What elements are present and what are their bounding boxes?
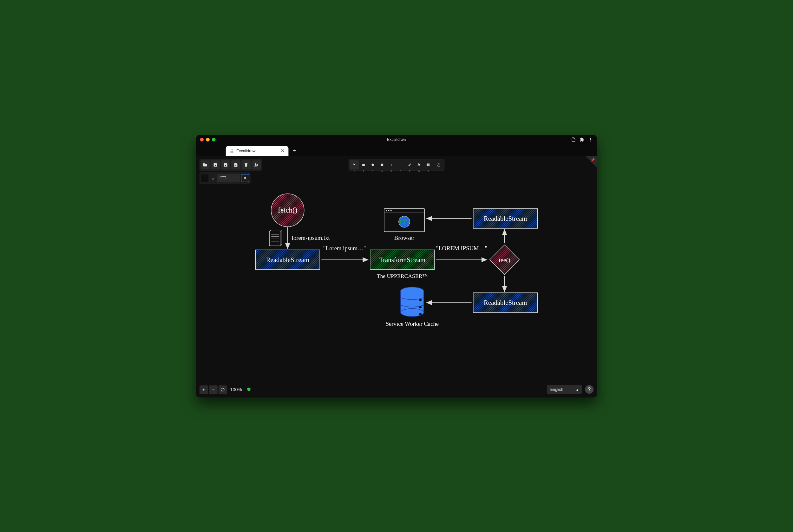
diagram-readable-3[interactable]: ReadableStream <box>473 292 538 312</box>
shield-icon <box>247 387 251 393</box>
chevron-up-icon: ▴ <box>576 387 578 392</box>
extensions-icon[interactable] <box>580 137 585 142</box>
language-select[interactable]: English ▴ <box>547 384 582 394</box>
maximize-window-button[interactable] <box>212 138 215 141</box>
svg-text:ReadableStream: ReadableStream <box>266 256 309 263</box>
svg-rect-22 <box>269 231 281 246</box>
tab-label: Excalidraw <box>236 149 255 153</box>
diagram-lorem-lower: "Lorem ipsum…" <box>323 245 366 251</box>
diagram-fetch-node[interactable]: fetch() <box>271 193 304 227</box>
overflow-menu-icon[interactable] <box>588 137 593 142</box>
svg-text:ReadableStream: ReadableStream <box>484 299 527 306</box>
tab-close-icon[interactable]: ✕ <box>281 148 284 153</box>
browser-tab[interactable]: Excalidraw ✕ <box>226 146 289 156</box>
svg-point-1 <box>590 139 591 139</box>
minimize-window-button[interactable] <box>206 138 209 141</box>
canvas[interactable]: fetch() lorem-ipsum.txt ReadableStream "… <box>196 156 597 390</box>
window-title: Excalidraw <box>387 137 406 142</box>
svg-point-38 <box>390 210 392 211</box>
diagram-browser-label: Browser <box>394 234 414 241</box>
diagram-transform[interactable]: TransformStream <box>370 250 434 269</box>
page-icon[interactable] <box>571 137 576 142</box>
diagram-readable-2[interactable]: ReadableStream <box>473 208 538 228</box>
zoom-bar: + − 100% <box>199 385 251 394</box>
svg-text:ReadableStream: ReadableStream <box>484 215 527 222</box>
diagram-cache-icon[interactable] <box>401 287 424 317</box>
diagram-cache-label: Service Worker Cache <box>386 320 439 327</box>
new-tab-button[interactable]: + <box>288 147 300 156</box>
tab-bar: Excalidraw ✕ + <box>196 144 597 155</box>
svg-point-0 <box>590 138 591 138</box>
diagram-browser-icon[interactable] <box>384 208 424 232</box>
diagram-transform-sub: The UPPERCASER™ <box>377 272 428 279</box>
svg-text:TransformStream: TransformStream <box>379 256 425 263</box>
svg-text:fetch(): fetch() <box>278 206 297 214</box>
zoom-in-button[interactable]: + <box>199 385 208 394</box>
diagram-file-label: lorem-ipsum.txt <box>292 234 330 241</box>
help-button[interactable]: ? <box>585 385 594 393</box>
svg-text:tee(): tee() <box>499 256 510 264</box>
diagram-lorem-upper: "LOREM IPSUM…" <box>436 245 487 251</box>
svg-point-2 <box>590 140 591 141</box>
diagram-file-icon[interactable] <box>269 230 282 246</box>
diagram-readable-1[interactable]: ReadableStream <box>255 250 320 269</box>
tab-favicon-icon <box>230 149 234 153</box>
bottom-right-panel: English ▴ ? <box>547 384 594 394</box>
zoom-out-button[interactable]: − <box>209 385 218 394</box>
zoom-reset-button[interactable] <box>218 385 227 394</box>
svg-point-37 <box>388 210 389 211</box>
zoom-percent: 100% <box>228 387 244 393</box>
traffic-lights <box>200 138 216 141</box>
diagram-tee[interactable]: tee() <box>490 245 520 274</box>
svg-point-36 <box>386 210 387 211</box>
excalidraw-app: # 1 2 3 4 <box>196 156 597 397</box>
browser-window: Excalidraw Excalidraw ✕ + <box>196 135 597 397</box>
title-bar: Excalidraw <box>196 135 597 144</box>
close-window-button[interactable] <box>200 138 204 141</box>
